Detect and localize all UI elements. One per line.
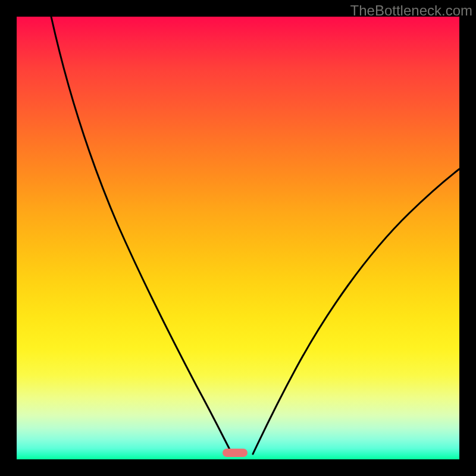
- plot-area: [17, 17, 459, 459]
- optimal-marker: [223, 449, 248, 457]
- chart-frame: TheBottleneck.com: [0, 0, 476, 476]
- curve-right-branch: [253, 169, 459, 454]
- curve-left-branch: [51, 17, 232, 454]
- bottleneck-curve: [17, 17, 459, 459]
- watermark-text: TheBottleneck.com: [350, 2, 472, 19]
